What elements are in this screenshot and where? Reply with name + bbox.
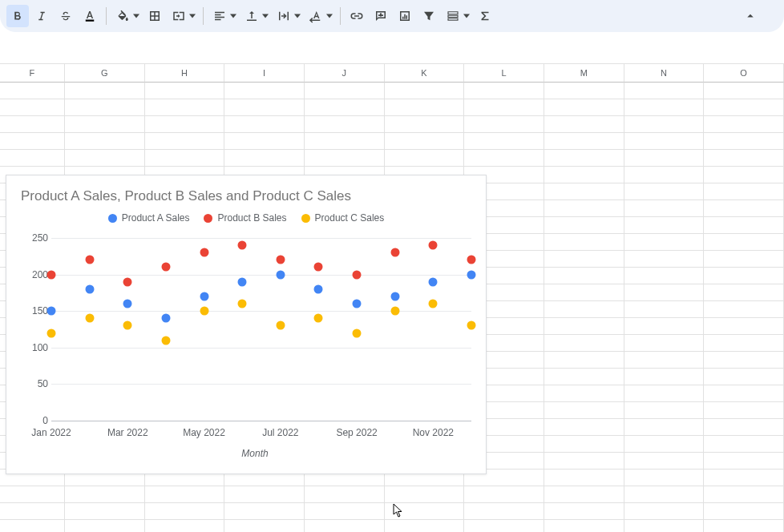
- cell[interactable]: [385, 520, 465, 532]
- cell[interactable]: [544, 150, 624, 167]
- cell[interactable]: [464, 520, 544, 532]
- cell[interactable]: [385, 133, 465, 150]
- cell[interactable]: [624, 217, 705, 234]
- cell[interactable]: [704, 520, 784, 532]
- cell[interactable]: [65, 99, 145, 116]
- cell[interactable]: [624, 352, 705, 369]
- cell[interactable]: [0, 520, 65, 532]
- cell[interactable]: [544, 402, 624, 419]
- cell[interactable]: [385, 486, 465, 503]
- cell[interactable]: [624, 520, 705, 532]
- cell[interactable]: [544, 183, 624, 200]
- column-header[interactable]: J: [305, 63, 385, 83]
- text-rotation-button[interactable]: [305, 5, 327, 27]
- cell[interactable]: [704, 268, 784, 284]
- italic-button[interactable]: [30, 5, 53, 27]
- cell[interactable]: [704, 167, 784, 183]
- cell[interactable]: [544, 251, 624, 268]
- cell[interactable]: [0, 116, 65, 133]
- cell[interactable]: [145, 133, 225, 150]
- cell[interactable]: [65, 83, 145, 99]
- cell[interactable]: [65, 133, 145, 150]
- cell[interactable]: [544, 352, 624, 369]
- cell[interactable]: [544, 284, 624, 301]
- cell[interactable]: [704, 335, 784, 352]
- cell[interactable]: [624, 402, 705, 419]
- cell[interactable]: [65, 486, 145, 503]
- cell[interactable]: [624, 486, 705, 503]
- cell[interactable]: [704, 318, 784, 335]
- column-header[interactable]: I: [224, 63, 305, 83]
- cell[interactable]: [544, 318, 624, 335]
- cell[interactable]: [704, 352, 784, 369]
- insert-chart-button[interactable]: [394, 5, 416, 27]
- cell[interactable]: [704, 217, 784, 234]
- cell[interactable]: [704, 133, 784, 150]
- cell[interactable]: [544, 217, 624, 234]
- cell[interactable]: [145, 503, 225, 520]
- cell[interactable]: [544, 335, 624, 352]
- cell[interactable]: [305, 486, 385, 503]
- cell[interactable]: [624, 268, 705, 284]
- cell[interactable]: [224, 133, 305, 150]
- cell[interactable]: [544, 503, 624, 520]
- cell[interactable]: [0, 83, 65, 99]
- cell[interactable]: [305, 83, 385, 99]
- cell[interactable]: [0, 486, 65, 503]
- cell[interactable]: [544, 268, 624, 284]
- cell[interactable]: [464, 503, 544, 520]
- cell[interactable]: [305, 503, 385, 520]
- cell[interactable]: [544, 486, 624, 503]
- cell[interactable]: [704, 503, 784, 520]
- cell[interactable]: [624, 83, 705, 99]
- cell[interactable]: [624, 318, 705, 335]
- cell[interactable]: [624, 369, 705, 385]
- cell[interactable]: [544, 419, 624, 436]
- cell[interactable]: [704, 436, 784, 453]
- cell[interactable]: [544, 470, 624, 486]
- cell[interactable]: [544, 99, 624, 116]
- cell[interactable]: [224, 83, 305, 99]
- cell[interactable]: [624, 453, 705, 470]
- cell[interactable]: [224, 116, 305, 133]
- cell[interactable]: [704, 200, 784, 217]
- cell[interactable]: [145, 486, 225, 503]
- cell[interactable]: [624, 133, 705, 150]
- cell[interactable]: [704, 251, 784, 268]
- table-view-button[interactable]: [442, 5, 464, 27]
- cell[interactable]: [624, 335, 705, 352]
- cell[interactable]: [624, 167, 705, 183]
- cell[interactable]: [544, 436, 624, 453]
- cell[interactable]: [544, 133, 624, 150]
- borders-button[interactable]: [143, 5, 166, 27]
- cell[interactable]: [544, 83, 624, 99]
- text-color-button[interactable]: [79, 5, 101, 27]
- cell[interactable]: [224, 486, 305, 503]
- cell[interactable]: [624, 385, 705, 402]
- cell[interactable]: [0, 99, 65, 116]
- cell[interactable]: [544, 234, 624, 251]
- cell[interactable]: [305, 150, 385, 167]
- cell[interactable]: [65, 520, 145, 532]
- cell[interactable]: [385, 83, 465, 99]
- cell[interactable]: [224, 99, 305, 116]
- cell[interactable]: [0, 150, 65, 167]
- cell[interactable]: [544, 520, 624, 532]
- column-header[interactable]: L: [464, 63, 544, 83]
- cell[interactable]: [704, 150, 784, 167]
- strikethrough-button[interactable]: [55, 5, 77, 27]
- cell[interactable]: [704, 116, 784, 133]
- cell[interactable]: [624, 99, 705, 116]
- cell[interactable]: [65, 150, 145, 167]
- cell[interactable]: [704, 385, 784, 402]
- merge-cells-button[interactable]: [168, 5, 190, 27]
- cell[interactable]: [0, 503, 65, 520]
- cell[interactable]: [0, 133, 65, 150]
- cell[interactable]: [544, 200, 624, 217]
- cell[interactable]: [145, 83, 225, 99]
- cell[interactable]: [464, 133, 544, 150]
- cell[interactable]: [544, 385, 624, 402]
- cell[interactable]: [224, 520, 305, 532]
- column-header[interactable]: G: [65, 63, 145, 83]
- cell[interactable]: [464, 83, 544, 99]
